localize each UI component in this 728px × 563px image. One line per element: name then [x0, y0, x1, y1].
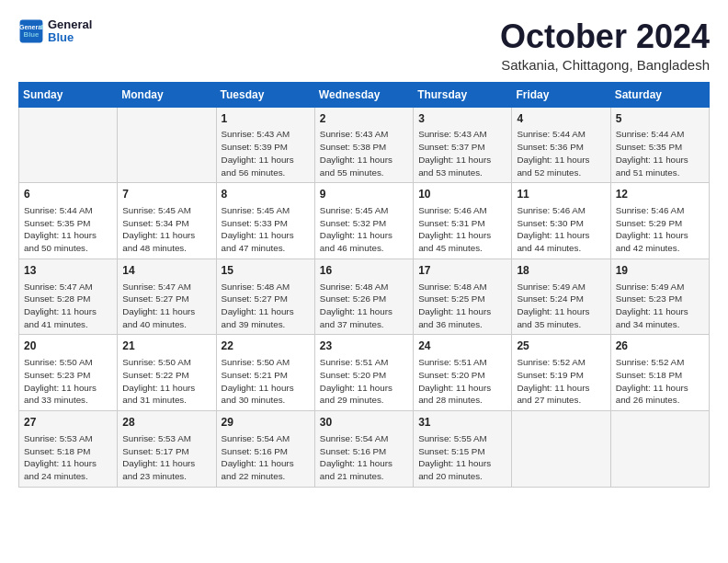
day-info: Sunrise: 5:48 AM Sunset: 5:27 PM Dayligh… [222, 281, 310, 331]
day-info: Sunrise: 5:46 AM Sunset: 5:31 PM Dayligh… [418, 204, 506, 255]
day-number: 12 [616, 187, 704, 202]
page-header: General Blue General Blue October 2024 S… [18, 18, 710, 73]
calendar-cell: 29Sunrise: 5:54 AM Sunset: 5:16 PM Dayli… [216, 411, 314, 488]
calendar-cell: 21Sunrise: 5:50 AM Sunset: 5:22 PM Dayli… [118, 335, 216, 411]
day-number: 24 [418, 339, 506, 354]
svg-text:Blue: Blue [24, 31, 40, 40]
day-info: Sunrise: 5:50 AM Sunset: 5:21 PM Dayligh… [222, 356, 310, 407]
calendar-week-row: 13Sunrise: 5:47 AM Sunset: 5:28 PM Dayli… [19, 259, 710, 335]
calendar-cell: 7Sunrise: 5:45 AM Sunset: 5:34 PM Daylig… [118, 183, 216, 259]
day-number: 6 [24, 187, 112, 202]
calendar-cell: 23Sunrise: 5:51 AM Sunset: 5:20 PM Dayli… [314, 335, 413, 411]
day-info: Sunrise: 5:44 AM Sunset: 5:35 PM Dayligh… [24, 204, 112, 255]
day-number: 19 [616, 263, 704, 279]
day-info: Sunrise: 5:52 AM Sunset: 5:19 PM Dayligh… [517, 356, 605, 407]
day-number: 8 [222, 187, 310, 202]
calendar-cell [610, 411, 709, 488]
day-number: 22 [222, 339, 310, 354]
day-info: Sunrise: 5:43 AM Sunset: 5:38 PM Dayligh… [320, 128, 408, 178]
calendar-cell: 30Sunrise: 5:54 AM Sunset: 5:16 PM Dayli… [314, 411, 413, 488]
day-info: Sunrise: 5:44 AM Sunset: 5:36 PM Dayligh… [517, 128, 605, 178]
calendar-cell: 20Sunrise: 5:50 AM Sunset: 5:23 PM Dayli… [19, 335, 118, 411]
calendar-week-row: 27Sunrise: 5:53 AM Sunset: 5:18 PM Dayli… [19, 411, 710, 488]
column-header-tuesday: Tuesday [216, 82, 314, 107]
day-info: Sunrise: 5:50 AM Sunset: 5:23 PM Dayligh… [24, 356, 112, 407]
day-info: Sunrise: 5:53 AM Sunset: 5:18 PM Dayligh… [24, 432, 112, 483]
day-info: Sunrise: 5:52 AM Sunset: 5:18 PM Dayligh… [616, 356, 704, 407]
day-info: Sunrise: 5:47 AM Sunset: 5:27 PM Dayligh… [122, 281, 210, 331]
column-header-sunday: Sunday [19, 82, 118, 107]
day-info: Sunrise: 5:43 AM Sunset: 5:37 PM Dayligh… [418, 128, 506, 178]
day-number: 29 [222, 415, 310, 431]
day-number: 3 [418, 111, 506, 127]
day-number: 16 [320, 263, 408, 279]
calendar-cell: 6Sunrise: 5:44 AM Sunset: 5:35 PM Daylig… [19, 183, 118, 259]
day-info: Sunrise: 5:49 AM Sunset: 5:24 PM Dayligh… [517, 281, 605, 331]
title-section: October 2024 Satkania, Chittagong, Bangl… [500, 18, 710, 73]
calendar-table: SundayMondayTuesdayWednesdayThursdayFrid… [18, 82, 710, 488]
day-number: 7 [122, 187, 210, 202]
calendar-week-row: 1Sunrise: 5:43 AM Sunset: 5:39 PM Daylig… [19, 107, 710, 183]
calendar-cell: 26Sunrise: 5:52 AM Sunset: 5:18 PM Dayli… [610, 335, 709, 411]
calendar-week-row: 6Sunrise: 5:44 AM Sunset: 5:35 PM Daylig… [19, 183, 710, 259]
day-info: Sunrise: 5:45 AM Sunset: 5:33 PM Dayligh… [222, 204, 310, 255]
calendar-cell [512, 411, 610, 488]
logo: General Blue General Blue [18, 18, 92, 45]
day-number: 25 [517, 339, 605, 354]
day-number: 4 [517, 111, 605, 127]
day-number: 30 [320, 415, 408, 431]
calendar-cell: 19Sunrise: 5:49 AM Sunset: 5:23 PM Dayli… [610, 259, 709, 335]
day-number: 18 [517, 263, 605, 279]
calendar-cell: 9Sunrise: 5:45 AM Sunset: 5:32 PM Daylig… [314, 183, 413, 259]
day-info: Sunrise: 5:48 AM Sunset: 5:26 PM Dayligh… [320, 281, 408, 331]
day-number: 27 [24, 415, 112, 431]
day-info: Sunrise: 5:51 AM Sunset: 5:20 PM Dayligh… [320, 356, 408, 407]
day-info: Sunrise: 5:48 AM Sunset: 5:25 PM Dayligh… [418, 281, 506, 331]
day-info: Sunrise: 5:47 AM Sunset: 5:28 PM Dayligh… [24, 281, 112, 331]
day-info: Sunrise: 5:45 AM Sunset: 5:34 PM Dayligh… [122, 204, 210, 255]
logo-icon: General Blue [18, 18, 44, 44]
day-number: 5 [616, 111, 704, 127]
calendar-cell: 17Sunrise: 5:48 AM Sunset: 5:25 PM Dayli… [414, 259, 512, 335]
day-number: 28 [122, 415, 210, 431]
day-info: Sunrise: 5:51 AM Sunset: 5:20 PM Dayligh… [418, 356, 506, 407]
calendar-cell: 25Sunrise: 5:52 AM Sunset: 5:19 PM Dayli… [512, 335, 610, 411]
calendar-cell: 15Sunrise: 5:48 AM Sunset: 5:27 PM Dayli… [216, 259, 314, 335]
day-info: Sunrise: 5:46 AM Sunset: 5:30 PM Dayligh… [517, 204, 605, 255]
calendar-cell: 28Sunrise: 5:53 AM Sunset: 5:17 PM Dayli… [118, 411, 216, 488]
day-info: Sunrise: 5:53 AM Sunset: 5:17 PM Dayligh… [122, 432, 210, 483]
day-info: Sunrise: 5:50 AM Sunset: 5:22 PM Dayligh… [122, 356, 210, 407]
calendar-cell: 2Sunrise: 5:43 AM Sunset: 5:38 PM Daylig… [314, 107, 413, 183]
day-info: Sunrise: 5:45 AM Sunset: 5:32 PM Dayligh… [320, 204, 408, 255]
day-number: 2 [320, 111, 408, 127]
day-number: 31 [418, 415, 506, 431]
logo-text: General Blue [48, 18, 92, 45]
calendar-cell: 31Sunrise: 5:55 AM Sunset: 5:15 PM Dayli… [414, 411, 512, 488]
day-info: Sunrise: 5:46 AM Sunset: 5:29 PM Dayligh… [616, 204, 704, 255]
calendar-cell: 12Sunrise: 5:46 AM Sunset: 5:29 PM Dayli… [610, 183, 709, 259]
calendar-cell: 22Sunrise: 5:50 AM Sunset: 5:21 PM Dayli… [216, 335, 314, 411]
column-header-friday: Friday [512, 82, 610, 107]
column-header-monday: Monday [118, 82, 216, 107]
day-number: 15 [222, 263, 310, 279]
day-info: Sunrise: 5:44 AM Sunset: 5:35 PM Dayligh… [616, 128, 704, 178]
day-number: 11 [517, 187, 605, 202]
calendar-cell: 5Sunrise: 5:44 AM Sunset: 5:35 PM Daylig… [610, 107, 709, 183]
column-header-wednesday: Wednesday [314, 82, 413, 107]
calendar-cell: 18Sunrise: 5:49 AM Sunset: 5:24 PM Dayli… [512, 259, 610, 335]
calendar-cell: 10Sunrise: 5:46 AM Sunset: 5:31 PM Dayli… [414, 183, 512, 259]
month-title: October 2024 [500, 18, 710, 55]
day-number: 26 [616, 339, 704, 354]
day-number: 23 [320, 339, 408, 354]
calendar-cell: 13Sunrise: 5:47 AM Sunset: 5:28 PM Dayli… [19, 259, 118, 335]
calendar-cell: 8Sunrise: 5:45 AM Sunset: 5:33 PM Daylig… [216, 183, 314, 259]
svg-text:General: General [19, 24, 43, 30]
day-info: Sunrise: 5:43 AM Sunset: 5:39 PM Dayligh… [222, 128, 310, 178]
day-number: 1 [222, 111, 310, 127]
day-number: 13 [24, 263, 112, 279]
day-info: Sunrise: 5:55 AM Sunset: 5:15 PM Dayligh… [418, 432, 506, 483]
header-row: SundayMondayTuesdayWednesdayThursdayFrid… [19, 82, 710, 107]
day-number: 17 [418, 263, 506, 279]
calendar-week-row: 20Sunrise: 5:50 AM Sunset: 5:23 PM Dayli… [19, 335, 710, 411]
day-number: 14 [122, 263, 210, 279]
